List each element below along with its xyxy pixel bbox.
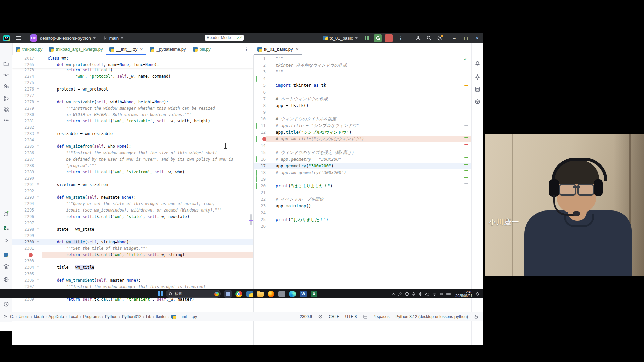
right-editor-tk01basic[interactable]: 1"""2tkinter 基本的なウィンドウの作成3"""45import tk… <box>254 55 471 345</box>
notification-bell-icon[interactable] <box>475 292 480 296</box>
tab-thikpad_args_kwargs.py[interactable]: thikpad_args_kwargs.py <box>46 43 106 55</box>
error-stripe-mark[interactable] <box>464 177 468 178</box>
database-icon[interactable] <box>474 86 481 93</box>
python-icon[interactable] <box>3 251 10 258</box>
excel-icon[interactable]: X <box>310 290 318 298</box>
more-dots-icon[interactable] <box>3 117 10 124</box>
volume-icon[interactable] <box>439 292 444 296</box>
notifications-bell-icon[interactable] <box>474 60 481 67</box>
breadcrumb-item[interactable]: kbrah <box>34 314 44 319</box>
main-menu-icon[interactable] <box>14 34 22 42</box>
left-editor-init-py[interactable]: 2017class Wm:2265 def wm_protocol(self, … <box>12 55 253 345</box>
layers-icon[interactable] <box>3 263 10 270</box>
pen-icon[interactable] <box>398 292 402 296</box>
maximize-button[interactable]: ▢ <box>460 33 472 43</box>
excel-file-icon[interactable]: X <box>3 225 10 232</box>
error-stripe-mark[interactable] <box>464 125 468 126</box>
encoding[interactable]: UTF-8 <box>345 314 357 319</box>
chrome-icon[interactable] <box>235 290 243 298</box>
tab-__init__.py[interactable]: __init__.py✕ <box>106 43 146 55</box>
explorer-folder-icon[interactable] <box>257 290 264 298</box>
breadcrumb-item[interactable]: Lib <box>146 314 151 319</box>
task-view-icon[interactable] <box>224 290 232 298</box>
close-tab-icon[interactable]: ✕ <box>296 47 299 52</box>
minimize-button[interactable]: – <box>449 33 460 43</box>
unlocked-icon[interactable] <box>474 314 478 319</box>
code-with-me-button[interactable] <box>414 34 423 42</box>
learn-people-icon[interactable]: ? <box>3 83 10 90</box>
breadcrumb-item[interactable]: __init__.py <box>177 314 197 319</box>
close-button[interactable]: ✕ <box>472 33 483 43</box>
ai-assistant-icon[interactable] <box>474 74 481 81</box>
wifi-icon[interactable] <box>432 292 437 296</box>
column-grid-icon[interactable] <box>363 314 368 319</box>
close-tab-icon[interactable]: ✕ <box>140 47 143 52</box>
battery-icon[interactable] <box>446 292 451 296</box>
more-actions-button[interactable]: ⋮ <box>396 34 405 42</box>
breadcrumb-chevrons-icon[interactable] <box>3 315 7 319</box>
breadcrumb-item[interactable]: C: <box>10 314 14 319</box>
error-stripe-mark[interactable] <box>464 183 468 184</box>
debug-bug-icon[interactable] <box>3 210 10 217</box>
chevron-up-icon[interactable] <box>391 292 395 296</box>
python-icon[interactable] <box>246 290 253 298</box>
project-folder-icon[interactable] <box>3 60 10 67</box>
run-play-icon[interactable] <box>3 237 10 244</box>
error-stripe-mark[interactable] <box>464 85 468 86</box>
edge-icon[interactable] <box>289 290 296 298</box>
error-stripe-mark[interactable] <box>464 137 468 138</box>
onedrive-icon[interactable] <box>425 292 430 296</box>
breakpoint-icon[interactable] <box>262 137 266 141</box>
tab-list-more-icon[interactable]: ⋮ <box>241 43 252 55</box>
error-stripe-mark[interactable] <box>464 170 468 171</box>
stop-button[interactable] <box>385 34 393 42</box>
mic-icon[interactable] <box>412 292 416 296</box>
indent-setting[interactable]: 4 spaces <box>374 314 390 319</box>
vcs-graph-icon[interactable] <box>3 95 10 102</box>
branch-selector[interactable]: main <box>103 36 123 41</box>
breadcrumb-item[interactable]: Users <box>19 314 29 319</box>
breadcrumb-item[interactable]: AppData <box>48 314 64 319</box>
pause-button[interactable] <box>362 34 371 42</box>
error-stripe-mark[interactable] <box>464 164 468 165</box>
error-stripe-mark[interactable] <box>464 157 468 158</box>
firefox-icon[interactable] <box>267 290 275 298</box>
word-icon[interactable]: W <box>300 290 307 298</box>
inspection-ok-icon[interactable]: ✓ <box>464 57 467 62</box>
tab-thikpad.py[interactable]: thikpad.py <box>12 43 46 55</box>
sticky-line[interactable]: 2017class Wm: <box>12 55 253 62</box>
breadcrumb-item[interactable]: tkinter <box>156 314 167 319</box>
bluetooth-icon[interactable] <box>418 292 422 296</box>
run-config-selector[interactable]: tk_01_basic <box>323 36 358 41</box>
taskbar-search-box[interactable]: 検索 <box>166 290 221 298</box>
breakpoint-icon[interactable] <box>29 253 33 257</box>
rerun-button[interactable] <box>374 34 382 42</box>
services-icon[interactable] <box>3 276 10 283</box>
tab-tk_01_basic.py[interactable]: tk_01_basic.py✕ <box>254 43 302 55</box>
structure-icon[interactable] <box>3 106 10 113</box>
project-selector[interactable]: desktop-ui-lessons-python <box>40 36 96 41</box>
gray-app-icon[interactable] <box>278 290 285 298</box>
packages-icon[interactable] <box>474 98 481 105</box>
shield-icon[interactable] <box>405 292 409 296</box>
start-button[interactable] <box>157 290 164 298</box>
caret-position[interactable]: 2300:9 <box>300 314 312 319</box>
search-everywhere-button[interactable] <box>425 34 433 42</box>
tab-_pydatetime.py[interactable]: _pydatetime.py <box>146 43 189 55</box>
headphones-band <box>552 158 607 181</box>
breadcrumb-item[interactable]: Programs <box>83 314 100 319</box>
commit-icon[interactable] <box>3 71 10 78</box>
line-ending[interactable]: CRLF <box>329 314 339 319</box>
breadcrumb-item[interactable]: Local <box>69 314 78 319</box>
error-stripe-mark[interactable] <box>464 144 468 145</box>
sticky-line[interactable]: 2265 def wm_protocol(self, name=None, fu… <box>12 62 253 68</box>
settings-button[interactable] <box>435 34 444 42</box>
breadcrumb-item[interactable]: Python <box>105 314 117 319</box>
highlighting-eye-off-icon[interactable] <box>318 314 323 319</box>
problems-clock-icon[interactable] <box>3 301 10 308</box>
breadcrumb-item[interactable]: Python312 <box>122 314 141 319</box>
tab-bill.py[interactable]: bill.py <box>190 43 214 55</box>
taskbar-clock[interactable]: 12:49 2025/06/21 <box>455 290 472 298</box>
reader-mode-widget[interactable]: Reader Mode ✓✓ <box>205 35 244 41</box>
python-interpreter[interactable]: Python 3.12 (desktop-ui-lessons-python) <box>396 314 468 319</box>
